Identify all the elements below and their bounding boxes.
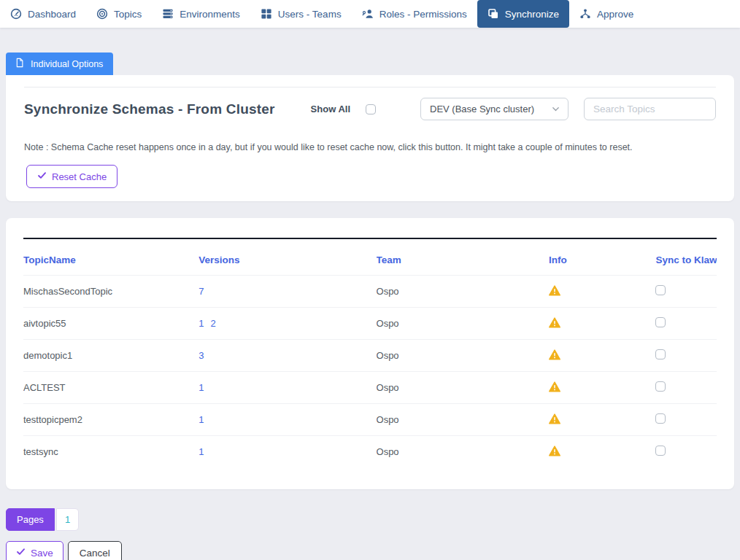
nav-item-dashboard[interactable]: Dashboard bbox=[0, 0, 86, 28]
sync-cell bbox=[655, 285, 717, 298]
clone-icon bbox=[487, 8, 499, 20]
nav-item-roles-permissions[interactable]: Roles - Permissions bbox=[352, 0, 477, 28]
sync-cell bbox=[655, 349, 717, 362]
team-name: Ospo bbox=[377, 382, 550, 393]
pages-label-button: Pages bbox=[6, 508, 55, 531]
team-name: Ospo bbox=[377, 318, 550, 329]
table-row: aivtopic55 12 Ospo bbox=[23, 307, 717, 339]
topic-name: demotopic1 bbox=[23, 350, 199, 361]
page-title: Synchronize Schemas - From Cluster bbox=[24, 101, 275, 117]
topic-name: MischasSecondTopic bbox=[23, 286, 199, 297]
reset-cache-button[interactable]: Reset Cache bbox=[26, 165, 117, 188]
nav-item-users-teams[interactable]: Users - Teams bbox=[250, 0, 352, 28]
version-link[interactable]: 2 bbox=[211, 318, 216, 329]
column-header-topicname: TopicName bbox=[23, 254, 199, 265]
version-links: 1 bbox=[199, 446, 376, 457]
team-name: Ospo bbox=[377, 414, 550, 425]
show-all-checkbox[interactable] bbox=[366, 104, 376, 114]
nav-item-synchronize[interactable]: Synchronize bbox=[477, 0, 569, 28]
tab-individual-options[interactable]: Individual Options bbox=[6, 52, 113, 75]
sync-cell bbox=[655, 446, 717, 458]
nav-item-approve[interactable]: Approve bbox=[569, 0, 644, 28]
table-body: MischasSecondTopic 7 Ospo aivtopic55 12 … bbox=[23, 275, 717, 467]
column-header-info: Info bbox=[549, 254, 655, 265]
nav-item-label: Approve bbox=[597, 9, 633, 20]
info-cell bbox=[549, 285, 655, 298]
sync-to-klaw-checkbox[interactable] bbox=[655, 381, 666, 392]
warning-icon[interactable] bbox=[549, 381, 560, 392]
warning-icon[interactable] bbox=[549, 349, 560, 360]
user-key-icon bbox=[362, 8, 374, 20]
sync-to-klaw-checkbox[interactable] bbox=[655, 317, 666, 327]
grid-icon bbox=[261, 8, 272, 20]
warning-icon[interactable] bbox=[549, 446, 560, 456]
panel-header-row: Synchronize Schemas - From Cluster Show … bbox=[24, 98, 716, 120]
sync-cell bbox=[655, 413, 717, 426]
nav-item-environments[interactable]: Environments bbox=[152, 0, 250, 28]
file-icon bbox=[15, 58, 25, 70]
team-name: Ospo bbox=[377, 446, 550, 457]
sync-schemas-panel: Synchronize Schemas - From Cluster Show … bbox=[6, 75, 734, 201]
nav-item-label: Synchronize bbox=[505, 9, 559, 20]
show-all-label: Show All bbox=[311, 104, 350, 114]
form-actions: Save Cancel bbox=[6, 541, 734, 560]
search-topics-input[interactable] bbox=[584, 98, 716, 120]
topic-name: aivtopic55 bbox=[23, 318, 199, 329]
check-icon bbox=[37, 171, 47, 182]
sync-to-klaw-checkbox[interactable] bbox=[655, 413, 666, 424]
table-row: MischasSecondTopic 7 Ospo bbox=[23, 275, 717, 307]
version-link[interactable]: 1 bbox=[199, 318, 204, 329]
warning-icon[interactable] bbox=[549, 317, 560, 328]
version-links: 1 bbox=[199, 414, 376, 425]
schemas-table: TopicNameVersionsTeamInfoSync to Klaw Mi… bbox=[23, 238, 717, 467]
version-link[interactable]: 1 bbox=[199, 414, 204, 425]
check-icon bbox=[16, 547, 26, 559]
topic-name: ACLTEST bbox=[23, 382, 199, 393]
cluster-select-value: DEV (Base Sync cluster) bbox=[430, 104, 534, 114]
version-link[interactable]: 7 bbox=[199, 286, 204, 297]
info-cell bbox=[549, 381, 655, 394]
nav-item-label: Dashboard bbox=[28, 9, 76, 20]
sync-to-klaw-checkbox[interactable] bbox=[655, 349, 666, 359]
page-content: Individual Options Synchronize Schemas -… bbox=[0, 28, 740, 560]
team-name: Ospo bbox=[377, 286, 550, 297]
info-cell bbox=[549, 413, 655, 427]
cluster-select[interactable]: DEV (Base Sync cluster) bbox=[420, 98, 569, 120]
version-link[interactable]: 1 bbox=[199, 446, 204, 457]
nav-item-label: Environments bbox=[180, 9, 240, 20]
warning-icon[interactable] bbox=[549, 413, 560, 424]
version-links: 7 bbox=[199, 286, 376, 297]
nav-item-label: Roles - Permissions bbox=[379, 9, 467, 20]
table-row: ACLTEST 1 Ospo bbox=[23, 371, 717, 403]
info-cell bbox=[549, 446, 655, 459]
cancel-button[interactable]: Cancel bbox=[68, 541, 122, 560]
team-name: Ospo bbox=[377, 350, 550, 361]
sync-to-klaw-checkbox[interactable] bbox=[655, 446, 666, 456]
nav-item-topics[interactable]: Topics bbox=[86, 0, 152, 28]
table-row: testsync 1 Ospo bbox=[23, 435, 717, 467]
info-cell bbox=[549, 317, 655, 330]
schemas-table-panel: TopicNameVersionsTeamInfoSync to Klaw Mi… bbox=[6, 218, 734, 489]
save-button[interactable]: Save bbox=[6, 541, 63, 560]
warning-icon[interactable] bbox=[549, 285, 560, 296]
table-row: demotopic1 3 Ospo bbox=[23, 339, 717, 371]
info-cell bbox=[549, 349, 655, 362]
version-link[interactable]: 1 bbox=[199, 382, 204, 393]
version-link[interactable]: 3 bbox=[199, 350, 204, 361]
top-navbar: Dashboard Topics Environments Users - Te… bbox=[0, 0, 740, 28]
panel-divider bbox=[24, 87, 716, 88]
chevron-down-icon bbox=[551, 104, 560, 114]
topic-name: testtopicpem2 bbox=[23, 414, 199, 425]
page-buttons: 1 bbox=[55, 508, 79, 531]
version-links: 12 bbox=[199, 318, 376, 329]
version-links: 1 bbox=[199, 382, 376, 393]
table-header-row: TopicNameVersionsTeamInfoSync to Klaw bbox=[23, 239, 717, 275]
nav-item-label: Topics bbox=[114, 9, 142, 20]
page-number-button[interactable]: 1 bbox=[56, 508, 79, 531]
pagination: Pages 1 bbox=[6, 508, 734, 531]
sync-cell bbox=[655, 317, 717, 330]
column-header-team: Team bbox=[377, 254, 550, 265]
column-header-versions: Versions bbox=[199, 254, 376, 265]
column-header-sync-to-klaw: Sync to Klaw bbox=[655, 254, 717, 265]
sync-to-klaw-checkbox[interactable] bbox=[655, 285, 666, 295]
